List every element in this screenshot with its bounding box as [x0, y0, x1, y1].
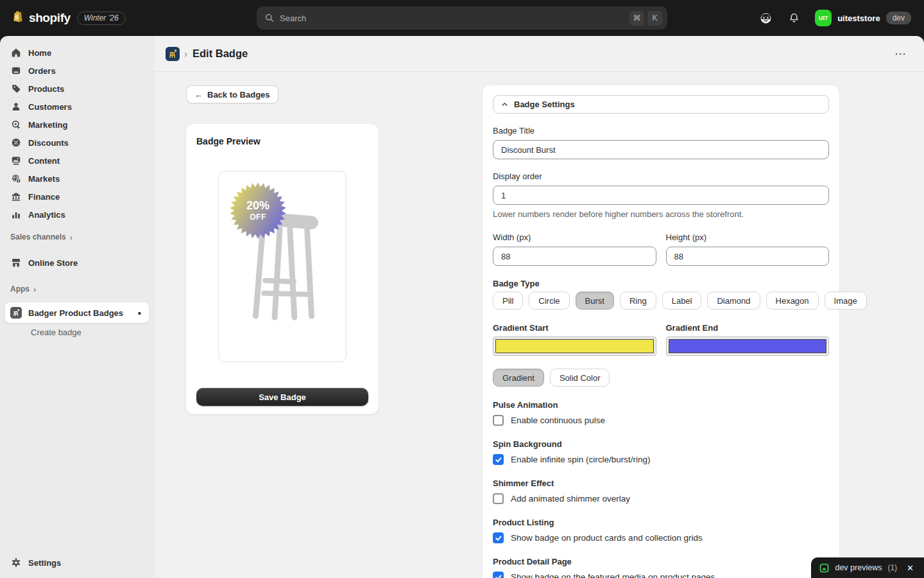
badge-settings-toggle[interactable]: Badge Settings — [493, 95, 829, 114]
height-input[interactable] — [666, 247, 830, 266]
marketing-icon — [10, 119, 22, 130]
gradient-end-color — [669, 339, 827, 353]
shopify-logo[interactable]: S shopify — [10, 10, 71, 27]
toggle-list: Pulse AnimationEnable continuous pulseSp… — [493, 400, 829, 578]
checkbox-checked-icon[interactable] — [493, 454, 504, 465]
dev-previews-bar: dev previews (1) ✕ — [811, 557, 924, 578]
toggle-heading: Product Detail Page — [493, 557, 829, 566]
checkbox-unchecked-icon[interactable] — [493, 493, 504, 504]
svg-text:S: S — [15, 15, 19, 21]
display-order-input[interactable] — [493, 186, 829, 205]
sidebar-item-create-badge[interactable]: Create badge — [5, 324, 149, 340]
burst-badge-preview: 20% OFF — [230, 182, 286, 239]
sidebar-item-badger-app[interactable]: Badger Product Badges • — [5, 302, 149, 323]
create-badge-label: Create badge — [31, 328, 81, 337]
sidebar-item-label: Analytics — [28, 210, 65, 220]
fill-mode-solid-color[interactable]: Solid Color — [550, 369, 610, 387]
chevron-up-icon — [501, 101, 508, 108]
more-actions-button[interactable]: ⋯ — [891, 44, 911, 64]
toggle-label: Enable infinite spin (circle/burst/ring) — [511, 455, 651, 464]
sidebar-item-discounts[interactable]: Discounts — [5, 134, 149, 152]
sidebar-item-label: Customers — [28, 102, 72, 112]
burst-badge-text: 20% OFF — [230, 182, 286, 239]
sales-channels-header[interactable]: Sales channels › — [0, 229, 154, 245]
badge-type-pill[interactable]: Pill — [493, 292, 523, 310]
toggle-heading: Spin Background — [493, 439, 829, 449]
sales-channels-label: Sales channels — [10, 232, 66, 241]
toggle-heading: Shimmer Effect — [493, 478, 829, 488]
analytics-icon — [10, 209, 22, 220]
store-name: uiteststore — [837, 13, 880, 23]
badge-type-label[interactable]: Label — [662, 292, 702, 310]
badge-title-label: Badge Title — [493, 126, 829, 136]
page-header: › Edit Badge ⋯ — [154, 36, 924, 72]
sidebar-item-products[interactable]: Products — [5, 80, 149, 98]
badge-title-input[interactable] — [493, 140, 829, 159]
sidebar-item-online-store[interactable]: Online Store — [5, 254, 149, 272]
search-placeholder: Search — [280, 13, 629, 23]
apps-header[interactable]: Apps › — [0, 281, 154, 297]
dev-previews-icon — [819, 563, 829, 573]
close-icon[interactable]: ✕ — [907, 563, 914, 573]
sidebar-item-orders[interactable]: Orders — [5, 62, 149, 80]
sidebar-item-label: Marketing — [28, 120, 67, 130]
sidebar-item-markets[interactable]: Markets — [5, 170, 149, 188]
back-button-label: Back to Badges — [207, 90, 270, 100]
badge-preview-box: 20% OFF — [218, 171, 346, 362]
sidebar-item-customers[interactable]: Customers — [5, 98, 149, 116]
sidebar-item-label: Products — [28, 84, 64, 94]
finance-icon — [10, 191, 22, 202]
notifications-button[interactable] — [783, 7, 805, 29]
toggle-group-product-listing: Product ListingShow badge on product car… — [493, 518, 829, 543]
content: ← Back to Badges Badge Preview — [154, 72, 924, 578]
toggle-group-product-detail-page: Product Detail PageShow badge on the fea… — [493, 557, 829, 578]
badge-settings-card: Badge Settings Badge Title Display order… — [483, 85, 839, 578]
fill-mode-gradient[interactable]: Gradient — [493, 369, 544, 387]
badger-app-icon — [10, 307, 22, 319]
save-badge-button[interactable]: Save Badge — [196, 388, 368, 406]
toggle-label: Show badge on the featured media on prod… — [511, 572, 715, 578]
sidebar-nav: HomeOrdersProductsCustomersMarketingDisc… — [0, 44, 154, 223]
sidekick-icon — [759, 12, 773, 25]
checkbox-checked-icon[interactable] — [493, 572, 504, 578]
release-badge: Winter ’26 — [77, 12, 126, 25]
width-input[interactable] — [493, 247, 656, 266]
sidebar-item-label: Discounts — [28, 138, 69, 148]
dev-previews-count: (1) — [887, 563, 897, 572]
toggle-group-spin-background: Spin BackgroundEnable infinite spin (cir… — [493, 439, 829, 465]
toggle-heading: Product Listing — [493, 518, 829, 527]
chevron-right-icon: › — [33, 285, 36, 293]
checkbox-checked-icon[interactable] — [493, 532, 504, 543]
sidebar-item-marketing[interactable]: Marketing — [5, 116, 149, 134]
sidebar: HomeOrdersProductsCustomersMarketingDisc… — [0, 36, 154, 578]
sidebar-item-home[interactable]: Home — [5, 44, 149, 62]
badge-type-diamond[interactable]: Diamond — [707, 292, 760, 310]
store-icon — [10, 257, 22, 268]
badge-type-hexagon[interactable]: Hexagon — [766, 292, 819, 310]
gradient-start-label: Gradient Start — [493, 323, 656, 333]
badge-type-ring[interactable]: Ring — [620, 292, 656, 310]
apps-label: Apps — [10, 285, 30, 293]
toggle-label: Show badge on product cards and collecti… — [511, 533, 703, 543]
sidekick-button[interactable] — [755, 7, 776, 29]
badge-type-image[interactable]: Image — [825, 292, 867, 310]
toggle-group-pulse-animation: Pulse AnimationEnable continuous pulse — [493, 400, 829, 426]
sidebar-item-analytics[interactable]: Analytics — [5, 206, 149, 223]
badge-type-circle[interactable]: Circle — [529, 292, 569, 310]
sidebar-item-content[interactable]: Content — [5, 152, 149, 170]
gradient-start-swatch[interactable] — [493, 337, 656, 356]
search-input[interactable]: Search ⌘ K — [257, 6, 667, 30]
breadcrumb-chevron-icon: › — [184, 48, 187, 59]
customers-icon — [10, 101, 22, 112]
page-title: Edit Badge — [193, 48, 248, 60]
sidebar-item-finance[interactable]: Finance — [5, 188, 149, 206]
sidebar-item-settings[interactable]: Settings — [5, 554, 149, 572]
toggle-row: Show badge on the featured media on prod… — [493, 572, 829, 578]
badge-type-burst[interactable]: Burst — [576, 292, 614, 310]
checkbox-unchecked-icon[interactable] — [493, 415, 504, 426]
gradient-end-label: Gradient End — [666, 323, 830, 333]
shopify-bag-icon: S — [10, 10, 25, 27]
store-menu[interactable]: UIT uiteststore dev — [811, 7, 915, 29]
back-to-badges-button[interactable]: ← Back to Badges — [186, 85, 278, 103]
gradient-end-swatch[interactable] — [666, 337, 830, 356]
